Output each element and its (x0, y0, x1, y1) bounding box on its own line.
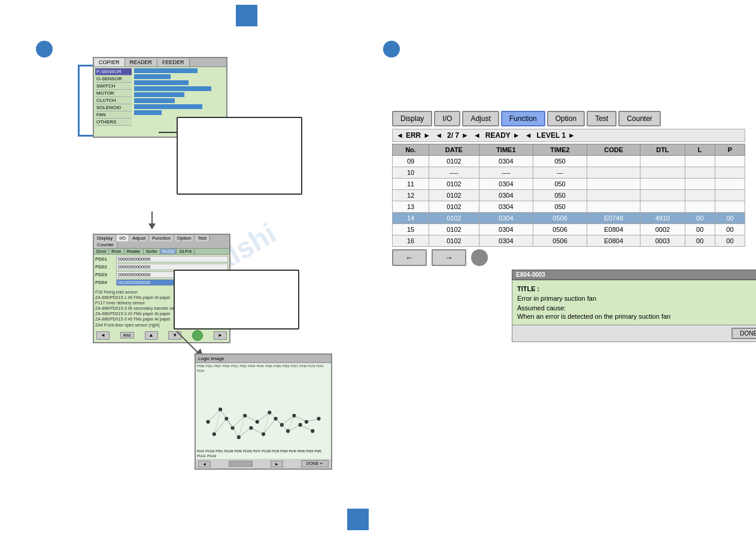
table-row[interactable]: 15 0102 0304 0506 E0804 0002 00 00 (393, 224, 745, 235)
screen2-nav-prev[interactable]: ◄ (96, 331, 110, 340)
list-item-clutch[interactable]: CLUTCH (95, 97, 132, 104)
screen2-subtab-bar: Dcon Rcon Reader Sorter In-Col 2d-Pnt (94, 249, 229, 255)
cell-l: 00 (685, 235, 715, 247)
list-item-motor[interactable]: MOTOR (95, 90, 132, 97)
col-no: No. (393, 144, 429, 156)
cell-code: E0804 (587, 235, 640, 247)
screen2-nav-next[interactable]: ► (214, 331, 227, 340)
cell-time2: 050 (533, 179, 587, 190)
tab-reader[interactable]: READER (125, 58, 158, 67)
nav-page-right[interactable]: ► (462, 131, 469, 140)
tab-display[interactable]: Display (392, 111, 432, 126)
svg-line-31 (239, 428, 251, 437)
screen3-prev-btn[interactable]: ◄ (198, 461, 211, 467)
screen2-nav: ◄ Arte ▲ ▼ ► (94, 329, 229, 342)
cell-time1: 0304 (479, 190, 533, 201)
cell-l: 00 (685, 224, 715, 235)
nav-err-left[interactable]: ◄ (396, 131, 403, 140)
subtab-incol[interactable]: In-Col (160, 249, 177, 254)
screen2-nav-up[interactable]: ▲ (145, 331, 158, 340)
nav-err-right[interactable]: ► (423, 131, 430, 140)
svg-line-36 (300, 425, 313, 431)
table-row-highlighted[interactable]: 14 0102 0304 0506 E0748 4910 00 00 (393, 213, 745, 224)
subtab-reader[interactable]: Reader (125, 249, 144, 254)
subtab-2dpnt[interactable]: 2d-Pnt (177, 249, 195, 254)
cell-p: 00 (715, 235, 745, 247)
tab-option[interactable]: Option (547, 111, 585, 126)
table-row[interactable]: 12 0102 0304 050 (393, 190, 745, 201)
cell-no: 14 (393, 213, 429, 224)
svg-line-23 (245, 416, 257, 422)
tab2-counter[interactable]: Counter (94, 241, 117, 248)
popup-text-area: TITLE : Error in primary suction fan Ass… (517, 285, 753, 320)
table-row[interactable]: 13 0102 0304 050 (393, 201, 745, 213)
list-item-switch[interactable]: SWITCH (95, 83, 132, 90)
cell-no: 11 (393, 179, 429, 190)
nav-separator1: ◄ (433, 131, 445, 140)
tab-counter[interactable]: Counter (618, 111, 661, 126)
tab2-adjust[interactable]: Adjust (129, 235, 149, 241)
cell-code (587, 201, 640, 213)
subtab-dcon[interactable]: Dcon (94, 249, 109, 254)
table-row[interactable]: 11 0102 0304 050 (393, 179, 745, 190)
table-row[interactable]: 09 0102 0304 050 (393, 156, 745, 167)
cell-p: 00 (715, 213, 745, 224)
popup-title-label: TITLE : (517, 285, 753, 292)
list-item-solenoid[interactable]: SOLENOID (95, 104, 132, 111)
cell-time2: 0506 (533, 224, 587, 235)
list-item-fan[interactable]: FAN (95, 111, 132, 119)
table-row[interactable]: 16 0102 0304 0506 E0804 0003 00 00 (393, 235, 745, 247)
tab-io[interactable]: I/O (434, 111, 460, 126)
list-item-o-sensor[interactable]: O-SENSOR (95, 75, 132, 83)
cell-time1: 0304 (479, 156, 533, 167)
tab-copier[interactable]: COPIER (94, 58, 125, 67)
nav-ready: READY (485, 131, 511, 140)
nav-level: LEVEL 1 (537, 131, 566, 140)
cell-code (587, 190, 640, 201)
subtab-rcon[interactable]: Rcon (109, 249, 124, 254)
cell-p (715, 167, 745, 179)
list-item-p-sensor[interactable]: P-SENSOR (95, 68, 132, 75)
popup-title-text: Error in primary suction fan (517, 295, 753, 302)
nav-next-btn[interactable]: → (432, 249, 466, 266)
cell-l (685, 190, 715, 201)
nav-prev-btn[interactable]: ← (392, 249, 427, 266)
col-time2: TIME2 (533, 144, 587, 156)
cell-p (715, 190, 745, 201)
cell-p: 00 (715, 224, 745, 235)
tab2-display[interactable]: Display (94, 235, 116, 241)
tab2-io[interactable]: I/O (116, 235, 129, 241)
list-item-others[interactable]: OTHERS (95, 119, 132, 126)
nav-ready-right[interactable]: ► (513, 131, 520, 140)
tab-test[interactable]: Test (587, 111, 617, 126)
cell-dtl (640, 201, 685, 213)
callout-line1 (159, 132, 178, 133)
screen3-progress (229, 461, 253, 467)
subtab-sorter[interactable]: Sorter (144, 249, 160, 254)
screen3-diagram (196, 374, 331, 459)
table-row[interactable]: 10 ---- ---- --- (393, 167, 745, 179)
cell-time1: 0304 (479, 201, 533, 213)
row3-label: PD03 (95, 272, 116, 277)
cell-date: 0102 (429, 156, 479, 167)
screen1-list: P-SENSOR O-SENSOR SWITCH MOTOR CLUTCH SO… (94, 67, 133, 127)
screen3-done-btn[interactable]: DONE ↵ (301, 460, 329, 467)
tab2-option[interactable]: Option (174, 235, 195, 241)
cell-no: 15 (393, 224, 429, 235)
svg-line-34 (276, 419, 289, 431)
cell-no: 12 (393, 190, 429, 201)
tab2-test[interactable]: Test (195, 235, 210, 241)
screen2-tab-bar: Display I/O Adjust Function Option Test … (94, 235, 229, 249)
popup-done-btn[interactable]: DONE ↵ (731, 328, 756, 339)
nav-level-right[interactable]: ► (568, 131, 575, 140)
tab-function[interactable]: Function (501, 111, 545, 126)
screen2-arte-btn[interactable]: Arte (120, 332, 134, 338)
tab-adjust[interactable]: Adjust (462, 111, 499, 126)
tab-feeder[interactable]: FEEDER (157, 58, 190, 67)
row1-label: PD01 (95, 256, 116, 262)
tab2-function[interactable]: Function (149, 235, 174, 241)
table-header-row: No. DATE TIME1 TIME2 CODE DTL L P (393, 144, 745, 156)
screen3-next-btn[interactable]: ► (271, 461, 283, 467)
callout-box2 (174, 270, 299, 330)
cell-l (685, 179, 715, 190)
